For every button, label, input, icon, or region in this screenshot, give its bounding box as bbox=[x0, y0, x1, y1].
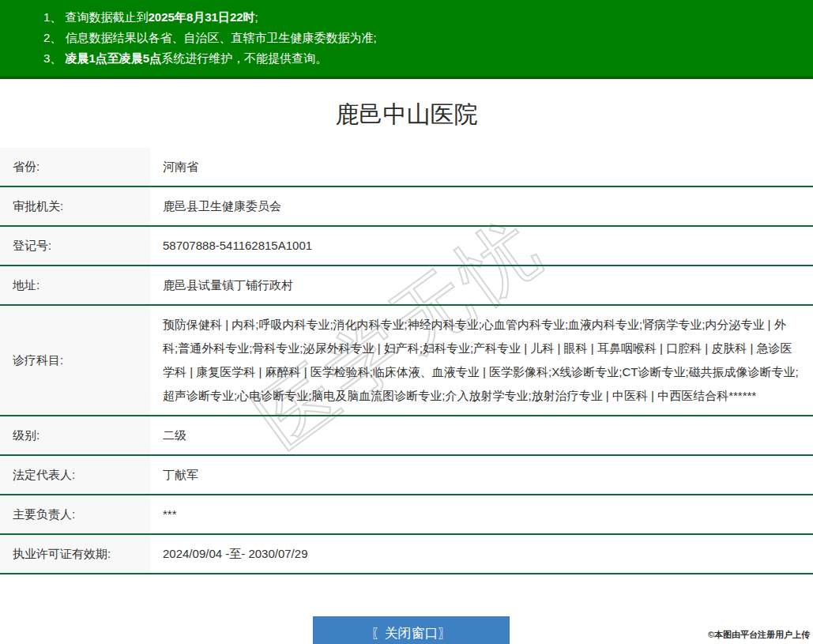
page-title: 鹿邑中山医院 bbox=[0, 100, 813, 129]
table-row-approval-authority: 审批机关: 鹿邑县卫生健康委员会 bbox=[0, 186, 813, 226]
table-row-level: 级别: 二级 bbox=[0, 416, 813, 455]
table-row-legal-representative: 法定代表人: 丁献军 bbox=[0, 455, 813, 495]
table-row-province: 省份: 河南省 bbox=[0, 148, 813, 186]
row-value: 鹿邑县试量镇丁铺行政村 bbox=[150, 266, 813, 305]
row-label: 地址: bbox=[0, 266, 150, 305]
notice-1-text: 1、 查询数据截止到 bbox=[43, 10, 149, 24]
notice-line-1: 1、 查询数据截止到2025年8月31日22时; bbox=[43, 7, 805, 28]
notice-2-text: 2、 信息数据结果以各省、自治区、直辖市卫生健康委数据为准; bbox=[43, 31, 377, 44]
notice-3-suffix: 系统进行维护，不能提供查询。 bbox=[161, 51, 327, 65]
table-row-registration-number: 登记号: 58707888-541162815A1001 bbox=[0, 226, 813, 266]
hospital-info-table: 省份: 河南省 审批机关: 鹿邑县卫生健康委员会 登记号: 58707888-5… bbox=[0, 148, 813, 574]
notice-line-2: 2、 信息数据结果以各省、自治区、直辖市卫生健康委数据为准; bbox=[43, 28, 805, 48]
table-row-license-validity: 执业许可证有效期: 2024/09/04 -至- 2030/07/29 bbox=[0, 534, 813, 574]
notice-3-bold: 凌晨1点至凌晨5点 bbox=[66, 51, 162, 65]
row-label: 主要负责人: bbox=[0, 495, 150, 534]
notice-banner: 1、 查询数据截止到2025年8月31日22时; 2、 信息数据结果以各省、自治… bbox=[0, 0, 813, 79]
footer-note: ©本图由平台注册用户上传 bbox=[708, 629, 810, 641]
row-label: 省份: bbox=[0, 148, 150, 186]
close-window-button[interactable]: 〖关闭窗口〗 bbox=[313, 616, 510, 644]
row-label: 法定代表人: bbox=[0, 455, 150, 495]
row-label: 级别: bbox=[0, 416, 150, 455]
notice-1-suffix: ; bbox=[255, 10, 258, 24]
row-value: *** bbox=[150, 495, 813, 534]
table-row-address: 地址: 鹿邑县试量镇丁铺行政村 bbox=[0, 266, 813, 305]
row-value: 2024/09/04 -至- 2030/07/29 bbox=[150, 534, 813, 574]
row-value: 二级 bbox=[150, 416, 813, 455]
row-label: 审批机关: bbox=[0, 186, 150, 226]
page: { "banner": { "notices": [ {"prefix": "1… bbox=[0, 0, 813, 644]
notice-3-text: 3、 bbox=[43, 51, 66, 65]
row-value: 58707888-541162815A1001 bbox=[150, 226, 813, 266]
row-value: 预防保健科 | 内科;呼吸内科专业;消化内科专业;神经内科专业;心血管内科专业;… bbox=[150, 305, 813, 416]
row-label: 执业许可证有效期: bbox=[0, 534, 150, 574]
row-label: 诊疗科目: bbox=[0, 305, 150, 416]
notice-1-bold: 2025年8月31日22时 bbox=[149, 10, 255, 24]
row-value: 鹿邑县卫生健康委员会 bbox=[150, 186, 813, 226]
table-row-main-person-in-charge: 主要负责人: *** bbox=[0, 495, 813, 534]
notice-line-3: 3、 凌晨1点至凌晨5点系统进行维护，不能提供查询。 bbox=[43, 48, 805, 69]
row-value: 河南省 bbox=[150, 148, 813, 186]
row-value: 丁献军 bbox=[150, 455, 813, 495]
table-row-medical-subjects: 诊疗科目: 预防保健科 | 内科;呼吸内科专业;消化内科专业;神经内科专业;心血… bbox=[0, 305, 813, 416]
row-label: 登记号: bbox=[0, 226, 150, 266]
